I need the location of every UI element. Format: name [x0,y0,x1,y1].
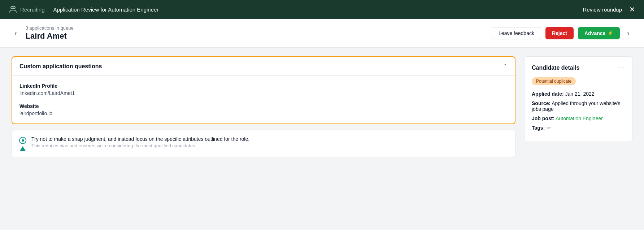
reject-button[interactable]: Reject [545,27,574,39]
prev-candidate-button[interactable]: ‹ [12,27,20,39]
candidate-info: 3 applications in queue Laird Amet [26,25,74,41]
candidate-details-title: Candidate details [532,65,579,71]
bias-sub-text: This reduces bias and ensures we're cons… [31,143,508,148]
custom-questions-card: Custom application questions ⌃ LinkedIn … [12,56,515,124]
subheader: ‹ 3 applications in queue Laird Amet Lea… [0,19,644,48]
main-content: Custom application questions ⌃ LinkedIn … [0,48,644,166]
applied-date-row: Applied date: Jan 21, 2022 [532,91,625,97]
candidate-details-card: Candidate details ··· Potential duplicat… [524,56,632,142]
subheader-left: ‹ 3 applications in queue Laird Amet [12,25,74,41]
next-candidate-button[interactable]: › [624,27,632,39]
leave-feedback-button[interactable]: Leave feedback [492,27,541,39]
question-field-website: Website lairdportfolio.io [19,103,508,116]
more-options-icon[interactable]: ··· [617,64,625,71]
source-row: Source: Applied through your website's j… [532,100,625,112]
card-body: LinkedIn Profile linkedin.com/LairdAmet1… [12,76,515,123]
candidate-details-header: Candidate details ··· [532,64,625,71]
bias-notice-card: Try not to make a snap judgment, and ins… [12,130,515,157]
logo-icon [9,5,17,14]
bias-icon-group [19,137,26,151]
chevron-up-icon[interactable]: ⌃ [503,63,508,70]
job-post-link[interactable]: Automation Engineer [556,116,603,121]
tags-row: Tags: ✏ [532,125,625,131]
applied-date-val: Jan 21, 2022 [565,91,595,97]
candidate-name: Laird Amet [26,31,74,41]
job-post-row: Job post: Automation Engineer [532,116,625,121]
bias-main-text: Try not to make a snap judgment, and ins… [31,136,508,142]
question-label-website: Website [19,103,508,109]
top-nav: Recruiting Application Review for Automa… [0,0,644,19]
nav-right: Review roundup ✕ [583,6,635,13]
review-roundup-button[interactable]: Review roundup [583,6,622,13]
tags-label: Tags: [532,125,545,131]
edit-tags-icon[interactable]: ✏ [547,125,551,131]
queue-label: 3 applications in queue [26,25,74,31]
nav-left: Recruiting Application Review for Automa… [9,5,158,14]
circle-svg [21,139,25,142]
nav-page-title: Application Review for Automation Engine… [53,6,159,13]
subheader-actions: Leave feedback Reject Advance ⚡ › [492,27,632,39]
right-panel: Candidate details ··· Potential duplicat… [524,56,632,157]
applied-date-label: Applied date: [532,91,564,97]
advance-icon: ⚡ [608,30,613,36]
triangle-icon [20,146,26,151]
nav-logo: Recruiting [9,5,45,14]
card-header: Custom application questions ⌃ [12,57,515,76]
advance-label: Advance [584,30,605,36]
bias-text: Try not to make a snap judgment, and ins… [31,136,508,148]
source-label: Source: [532,100,551,106]
svg-point-1 [13,6,15,9]
circle-icon [19,137,26,144]
svg-rect-2 [22,139,24,142]
potential-duplicate-badge: Potential duplicate [532,77,576,85]
left-panel: Custom application questions ⌃ LinkedIn … [12,56,515,157]
nav-logo-label: Recruiting [20,6,45,13]
job-post-label: Job post: [532,116,554,121]
question-label-linkedin: LinkedIn Profile [19,83,508,89]
question-value-linkedin: linkedin.com/LairdAmet1 [19,90,508,96]
question-value-website: lairdportfolio.io [19,110,508,116]
question-field-linkedin: LinkedIn Profile linkedin.com/LairdAmet1 [19,83,508,96]
card-title: Custom application questions [19,63,102,70]
advance-button[interactable]: Advance ⚡ [578,27,620,39]
close-button[interactable]: ✕ [629,6,635,13]
